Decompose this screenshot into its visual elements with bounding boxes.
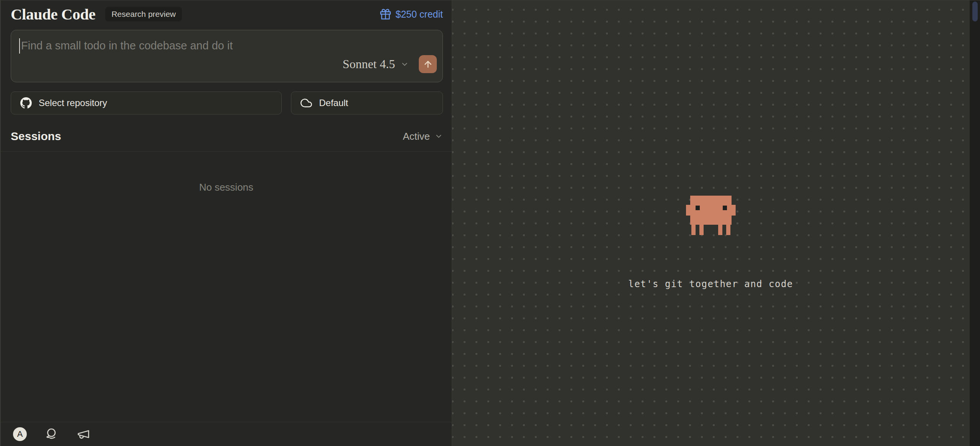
cloud-icon	[301, 97, 312, 109]
claude-code-app: Claude Code Research preview $250 credit…	[0, 0, 980, 446]
bottom-toolbar: A	[1, 422, 452, 446]
tagline: let's git together and code	[628, 279, 793, 289]
announcements-button[interactable]	[77, 427, 90, 441]
sessions-divider	[1, 151, 452, 152]
sessions-filter-dropdown[interactable]: Active	[403, 131, 443, 142]
prompt-placeholder: Find a small todo in the codebase and do…	[21, 39, 233, 52]
chevron-down-icon	[400, 60, 409, 69]
model-selector[interactable]: Sonnet 4.5	[343, 57, 409, 71]
research-preview-badge: Research preview	[105, 7, 182, 21]
environment-button[interactable]: Default	[291, 91, 443, 114]
sessions-filter-label: Active	[403, 131, 430, 142]
text-caret	[19, 38, 20, 54]
avatar[interactable]: A	[13, 427, 27, 441]
app-title: Claude Code	[11, 5, 95, 23]
arrow-up-icon	[423, 59, 433, 69]
credit-label: $250 credit	[395, 9, 443, 20]
gift-icon	[380, 8, 391, 20]
sessions-title: Sessions	[11, 130, 61, 143]
empty-workspace-hero: let's git together and code	[628, 196, 793, 289]
sessions-header: Sessions Active	[11, 130, 443, 143]
sessions-empty-state: No sessions	[1, 181, 452, 193]
chat-bubble-icon	[45, 427, 59, 441]
send-button[interactable]	[419, 55, 437, 73]
avatar-initial: A	[17, 429, 23, 439]
prompt-input[interactable]: Find a small todo in the codebase and do…	[11, 30, 443, 82]
header: Claude Code Research preview $250 credit	[1, 0, 452, 23]
scrollbar-track[interactable]	[970, 0, 980, 446]
repo-controls-row: Select repository Default	[11, 91, 443, 114]
workspace-canvas: let's git together and code	[452, 0, 980, 446]
environment-label: Default	[319, 98, 348, 108]
megaphone-icon	[77, 427, 90, 441]
chevron-down-icon	[434, 132, 443, 140]
github-icon	[20, 97, 32, 109]
pixel-robot-mascot	[686, 196, 735, 235]
composer-controls: Sonnet 4.5	[343, 55, 437, 73]
scrollbar-thumb[interactable]	[972, 2, 978, 21]
credit-link[interactable]: $250 credit	[380, 8, 443, 20]
select-repository-button[interactable]: Select repository	[11, 91, 282, 114]
model-selector-label: Sonnet 4.5	[343, 57, 395, 71]
sidebar-panel: Claude Code Research preview $250 credit…	[0, 0, 452, 446]
select-repository-label: Select repository	[39, 98, 107, 108]
feedback-button[interactable]	[45, 427, 59, 441]
